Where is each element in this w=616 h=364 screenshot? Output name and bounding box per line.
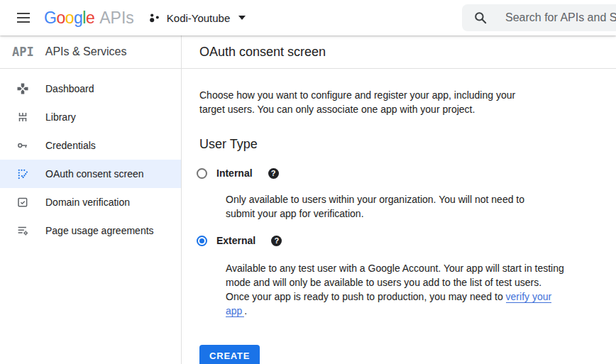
chevron-down-icon bbox=[238, 16, 246, 20]
user-type-heading: User Type bbox=[199, 137, 616, 152]
hamburger-menu-icon[interactable] bbox=[9, 4, 38, 32]
page-title: OAuth consent screen bbox=[199, 45, 326, 60]
sidebar-nav: Dashboard Library bbox=[0, 69, 181, 245]
project-selector[interactable]: Kodi-Youtube bbox=[149, 12, 246, 24]
library-icon bbox=[16, 111, 29, 123]
sidebar-item-oauth-consent-screen[interactable]: OAuth consent screen bbox=[0, 160, 181, 188]
sidebar-item-label: OAuth consent screen bbox=[45, 168, 144, 180]
logo-letter: G bbox=[44, 9, 56, 28]
page-usage-icon bbox=[16, 224, 29, 237]
search-input[interactable] bbox=[504, 11, 616, 25]
intro-text: Choose how you want to configure and reg… bbox=[199, 88, 532, 116]
main-content: OAuth consent screen Choose how you want… bbox=[182, 35, 616, 364]
radio-option-external: External ? bbox=[199, 235, 616, 246]
radio-internal-label[interactable]: Internal bbox=[216, 167, 253, 179]
sidebar-item-label: Domain verification bbox=[45, 197, 130, 208]
sidebar-title: APIs & Services bbox=[45, 45, 127, 58]
project-dots-icon bbox=[149, 12, 160, 23]
radio-external[interactable] bbox=[197, 236, 207, 246]
radio-external-label[interactable]: External bbox=[216, 235, 255, 246]
help-icon[interactable]: ? bbox=[268, 168, 279, 179]
search-icon bbox=[474, 11, 487, 24]
page-header: OAuth consent screen bbox=[182, 35, 616, 69]
sidebar-header: API APIs & Services bbox=[0, 35, 181, 69]
logo-letter: e bbox=[86, 9, 94, 28]
sidebar-item-label: Credentials bbox=[45, 140, 96, 151]
radio-option-internal: Internal ? bbox=[199, 167, 616, 179]
sidebar-item-page-usage-agreements[interactable]: Page usage agreements bbox=[0, 216, 181, 245]
sidebar: API APIs & Services Dashboard bbox=[0, 35, 182, 364]
oauth-consent-icon bbox=[16, 167, 29, 180]
sidebar-item-label: Page usage agreements bbox=[45, 225, 154, 236]
help-icon[interactable]: ? bbox=[271, 236, 282, 246]
google-apis-logo[interactable]: Google APIs bbox=[44, 9, 134, 28]
top-bar: Google APIs Kodi-Youtube bbox=[0, 0, 616, 35]
logo-suffix: APIs bbox=[99, 9, 134, 28]
logo-letter: o bbox=[65, 9, 74, 28]
logo-letter: g bbox=[74, 9, 82, 28]
sidebar-item-credentials[interactable]: Credentials bbox=[0, 131, 181, 160]
external-description-period: . bbox=[244, 305, 247, 316]
dashboard-icon bbox=[16, 82, 29, 95]
sidebar-item-library[interactable]: Library bbox=[0, 103, 181, 131]
create-button[interactable]: CREATE bbox=[199, 345, 260, 364]
sidebar-item-dashboard[interactable]: Dashboard bbox=[0, 75, 181, 103]
sidebar-item-domain-verification[interactable]: Domain verification bbox=[0, 188, 181, 216]
radio-internal[interactable] bbox=[197, 168, 207, 179]
internal-description: Only available to users within your orga… bbox=[226, 192, 551, 221]
hamburger-icon bbox=[17, 13, 30, 23]
external-description: Available to any test user with a Google… bbox=[226, 261, 568, 318]
sidebar-item-label: Dashboard bbox=[45, 83, 94, 94]
api-logo: API bbox=[12, 45, 34, 59]
logo-letter: o bbox=[56, 9, 65, 28]
search-bar[interactable] bbox=[462, 4, 616, 31]
domain-verification-icon bbox=[16, 196, 29, 209]
sidebar-item-label: Library bbox=[45, 111, 76, 123]
key-icon bbox=[16, 139, 29, 152]
project-name: Kodi-Youtube bbox=[167, 12, 231, 24]
